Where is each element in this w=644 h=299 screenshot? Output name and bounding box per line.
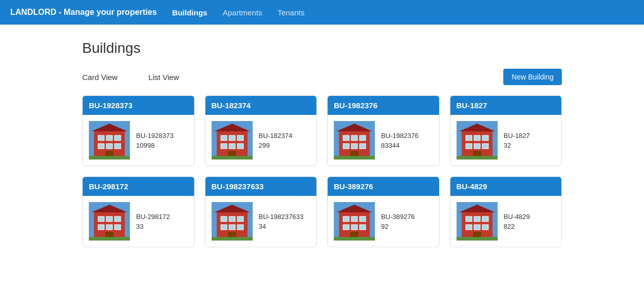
- card-body: BU-389276 92: [328, 196, 439, 247]
- app-brand: LANDLORD - Manage your properties: [10, 8, 157, 17]
- svg-rect-65: [212, 237, 253, 241]
- svg-rect-8: [115, 144, 121, 149]
- svg-rect-39: [466, 144, 472, 149]
- svg-rect-80: [466, 216, 472, 222]
- building-image: [212, 121, 253, 160]
- svg-rect-73: [351, 225, 357, 230]
- card-body: BU-1827 32: [450, 115, 562, 166]
- nav-buildings[interactable]: Buildings: [172, 8, 207, 17]
- building-card[interactable]: BU-1827 BU-182: [450, 95, 562, 166]
- card-header: BU-1827: [450, 96, 562, 115]
- svg-rect-18: [229, 144, 235, 149]
- card-info: BU-4829 822: [504, 213, 530, 230]
- card-view-toggle[interactable]: Card View: [82, 73, 118, 82]
- svg-rect-26: [351, 135, 357, 141]
- svg-rect-76: [334, 237, 375, 241]
- page-title: Buildings: [82, 40, 562, 56]
- svg-rect-37: [474, 135, 480, 141]
- card-info: BU-182374 299: [259, 132, 293, 149]
- svg-rect-28: [343, 144, 349, 149]
- svg-rect-62: [229, 225, 235, 230]
- card-building-code: BU-182374: [259, 132, 293, 139]
- card-building-value: 83344: [381, 142, 419, 149]
- svg-rect-5: [115, 135, 121, 141]
- card-body: BU-198237633 34: [205, 196, 317, 247]
- svg-rect-63: [237, 225, 243, 230]
- building-image: [89, 121, 130, 160]
- card-building-code: BU-1982376: [381, 132, 419, 139]
- building-card[interactable]: BU-389276 BU-3: [327, 176, 440, 247]
- svg-rect-41: [482, 144, 488, 149]
- card-body: BU-1982376 83344: [328, 115, 439, 166]
- building-image: [212, 202, 253, 241]
- svg-rect-87: [457, 237, 498, 241]
- svg-rect-4: [106, 135, 112, 141]
- svg-rect-72: [343, 225, 349, 230]
- view-toggle: Card View List View: [82, 73, 503, 82]
- card-header: BU-4829: [450, 177, 562, 196]
- building-image: [334, 121, 375, 160]
- svg-rect-52: [115, 225, 121, 230]
- svg-rect-60: [237, 216, 243, 222]
- svg-rect-30: [359, 144, 366, 149]
- card-info: BU-1827 32: [504, 132, 530, 149]
- list-view-toggle[interactable]: List View: [148, 73, 179, 82]
- new-building-button[interactable]: New Building: [503, 69, 562, 85]
- svg-rect-7: [106, 144, 112, 149]
- card-info: BU-198237633 34: [259, 213, 304, 230]
- card-body: BU-4829 822: [450, 196, 562, 247]
- card-building-value: 34: [259, 223, 304, 230]
- svg-rect-47: [98, 216, 104, 222]
- svg-rect-14: [221, 135, 227, 141]
- card-body: BU-1928373 10998: [83, 115, 194, 166]
- card-building-value: 92: [381, 223, 415, 230]
- card-body: BU-182374 299: [205, 115, 317, 166]
- svg-rect-83: [466, 225, 472, 230]
- building-image: [457, 202, 498, 241]
- svg-rect-69: [343, 216, 349, 222]
- svg-rect-3: [98, 135, 104, 141]
- card-building-code: BU-1827: [504, 132, 530, 139]
- svg-rect-25: [343, 135, 349, 141]
- card-building-value: 10998: [136, 142, 174, 149]
- svg-rect-82: [482, 216, 488, 222]
- svg-rect-51: [106, 225, 112, 230]
- card-building-code: BU-198237633: [259, 213, 304, 221]
- svg-rect-70: [351, 216, 357, 222]
- card-info: BU-1982376 83344: [381, 132, 419, 149]
- card-header: BU-1928373: [83, 96, 194, 115]
- svg-rect-59: [229, 216, 235, 222]
- building-card[interactable]: BU-4829 BU-482: [450, 176, 562, 247]
- card-building-value: 33: [136, 223, 170, 230]
- card-building-value: 32: [504, 142, 530, 149]
- card-body: BU-298172 33: [83, 196, 194, 247]
- building-image: [89, 202, 130, 241]
- building-image: [334, 202, 375, 241]
- toolbar: Card View List View New Building: [82, 69, 562, 85]
- svg-rect-21: [212, 156, 253, 160]
- svg-rect-85: [482, 225, 488, 230]
- svg-rect-49: [115, 216, 121, 222]
- svg-rect-54: [89, 237, 130, 241]
- building-card[interactable]: BU-182374 BU-1: [205, 95, 317, 166]
- building-card[interactable]: BU-298172 BU-2: [82, 176, 195, 247]
- card-building-value: 822: [504, 223, 530, 230]
- building-card[interactable]: BU-1982376 BU-: [327, 95, 440, 166]
- card-header: BU-182374: [205, 96, 317, 115]
- card-header: BU-1982376: [328, 96, 439, 115]
- svg-rect-48: [106, 216, 112, 222]
- building-card[interactable]: BU-1928373 BU-: [82, 95, 195, 166]
- card-header: BU-298172: [83, 177, 194, 196]
- building-card[interactable]: BU-198237633 B: [205, 176, 317, 247]
- svg-rect-71: [359, 216, 366, 222]
- svg-rect-38: [482, 135, 488, 141]
- svg-rect-50: [98, 225, 104, 230]
- svg-rect-15: [229, 135, 235, 141]
- card-header: BU-389276: [328, 177, 439, 196]
- nav-apartments[interactable]: Apartments: [223, 8, 262, 17]
- svg-rect-16: [237, 135, 243, 141]
- building-image: [457, 121, 498, 160]
- card-info: BU-389276 92: [381, 213, 415, 230]
- nav-tenants[interactable]: Tenants: [277, 8, 305, 17]
- card-info: BU-298172 33: [136, 213, 170, 230]
